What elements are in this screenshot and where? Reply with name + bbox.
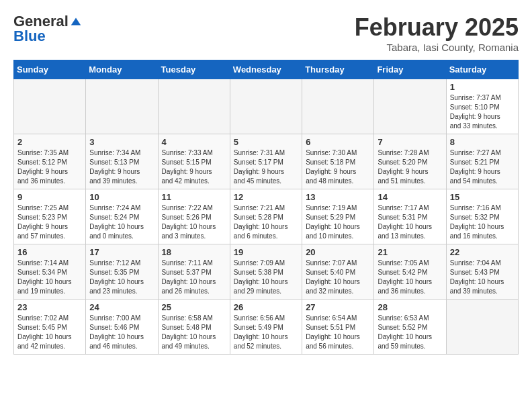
calendar-cell [446,300,518,355]
day-number: 25 [162,302,226,312]
day-number: 21 [378,247,442,257]
calendar-cell: 24Sunrise: 7:00 AM Sunset: 5:46 PM Dayli… [86,300,158,355]
calendar-cell: 19Sunrise: 7:09 AM Sunset: 5:38 PM Dayli… [230,244,302,300]
calendar-cell: 28Sunrise: 6:53 AM Sunset: 5:52 PM Dayli… [374,300,446,355]
day-info: Sunrise: 7:21 AM Sunset: 5:28 PM Dayligh… [234,203,298,241]
day-info: Sunrise: 7:12 AM Sunset: 5:35 PM Dayligh… [89,259,154,296]
calendar-cell: 11Sunrise: 7:22 AM Sunset: 5:26 PM Dayli… [158,189,230,244]
weekday-header: Friday [374,60,446,79]
calendar-cell: 8Sunrise: 7:27 AM Sunset: 5:21 PM Daylig… [446,134,518,189]
day-number: 11 [162,192,226,202]
day-info: Sunrise: 7:00 AM Sunset: 5:46 PM Dayligh… [89,314,154,351]
weekday-header: Monday [86,60,158,79]
calendar-cell [158,79,230,134]
calendar-week-row: 23Sunrise: 7:02 AM Sunset: 5:45 PM Dayli… [14,300,519,355]
month-title: February 2025 [355,13,519,42]
day-number: 20 [306,247,370,257]
calendar-cell: 23Sunrise: 7:02 AM Sunset: 5:45 PM Dayli… [14,300,86,355]
day-info: Sunrise: 7:33 AM Sunset: 5:15 PM Dayligh… [162,148,226,186]
day-number: 16 [17,247,82,257]
calendar-cell [302,79,374,134]
day-info: Sunrise: 6:54 AM Sunset: 5:51 PM Dayligh… [306,314,370,351]
weekday-header-row: SundayMondayTuesdayWednesdayThursdayFrid… [14,60,519,79]
calendar-week-row: 2Sunrise: 7:35 AM Sunset: 5:12 PM Daylig… [14,134,519,189]
day-number: 9 [17,192,82,202]
day-number: 14 [378,192,442,202]
calendar-cell: 26Sunrise: 6:56 AM Sunset: 5:49 PM Dayli… [230,300,302,355]
calendar-cell [230,79,302,134]
calendar-cell: 15Sunrise: 7:16 AM Sunset: 5:32 PM Dayli… [446,189,518,244]
day-number: 18 [162,247,226,257]
day-number: 8 [450,137,515,147]
calendar-week-row: 1Sunrise: 7:37 AM Sunset: 5:10 PM Daylig… [14,79,519,134]
calendar-cell: 16Sunrise: 7:14 AM Sunset: 5:34 PM Dayli… [14,244,86,300]
day-number: 19 [234,247,298,257]
day-info: Sunrise: 7:22 AM Sunset: 5:26 PM Dayligh… [162,203,226,241]
day-info: Sunrise: 6:58 AM Sunset: 5:48 PM Dayligh… [162,314,226,351]
weekday-header: Thursday [302,60,374,79]
calendar-cell: 13Sunrise: 7:19 AM Sunset: 5:29 PM Dayli… [302,189,374,244]
day-info: Sunrise: 7:31 AM Sunset: 5:17 PM Dayligh… [234,148,298,186]
logo-triangle-icon [70,15,82,28]
calendar-cell: 22Sunrise: 7:04 AM Sunset: 5:43 PM Dayli… [446,244,518,300]
day-info: Sunrise: 7:17 AM Sunset: 5:31 PM Dayligh… [378,203,442,241]
day-number: 5 [234,137,298,147]
calendar-cell [374,79,446,134]
day-info: Sunrise: 7:02 AM Sunset: 5:45 PM Dayligh… [17,314,82,351]
day-info: Sunrise: 7:16 AM Sunset: 5:32 PM Dayligh… [450,203,515,241]
calendar-cell: 18Sunrise: 7:11 AM Sunset: 5:37 PM Dayli… [158,244,230,300]
day-info: Sunrise: 7:37 AM Sunset: 5:10 PM Dayligh… [450,93,515,131]
day-number: 4 [162,137,226,147]
day-info: Sunrise: 7:05 AM Sunset: 5:42 PM Dayligh… [378,259,442,296]
day-info: Sunrise: 7:24 AM Sunset: 5:24 PM Dayligh… [89,203,154,241]
day-info: Sunrise: 7:34 AM Sunset: 5:13 PM Dayligh… [89,148,154,186]
weekday-header: Saturday [446,60,518,79]
calendar-cell: 7Sunrise: 7:28 AM Sunset: 5:20 PM Daylig… [374,134,446,189]
calendar-cell: 17Sunrise: 7:12 AM Sunset: 5:35 PM Dayli… [86,244,158,300]
calendar-cell: 25Sunrise: 6:58 AM Sunset: 5:48 PM Dayli… [158,300,230,355]
day-info: Sunrise: 7:09 AM Sunset: 5:38 PM Dayligh… [234,259,298,296]
calendar-week-row: 9Sunrise: 7:25 AM Sunset: 5:23 PM Daylig… [14,189,519,244]
day-number: 13 [306,192,370,202]
day-info: Sunrise: 7:07 AM Sunset: 5:40 PM Dayligh… [306,259,370,296]
day-info: Sunrise: 6:56 AM Sunset: 5:49 PM Dayligh… [234,314,298,351]
calendar-cell: 14Sunrise: 7:17 AM Sunset: 5:31 PM Dayli… [374,189,446,244]
day-number: 12 [234,192,298,202]
logo: General Blue [13,13,82,44]
calendar-cell: 27Sunrise: 6:54 AM Sunset: 5:51 PM Dayli… [302,300,374,355]
calendar-table: SundayMondayTuesdayWednesdayThursdayFrid… [13,60,519,355]
day-number: 27 [306,302,370,312]
weekday-header: Tuesday [158,60,230,79]
calendar-cell: 9Sunrise: 7:25 AM Sunset: 5:23 PM Daylig… [14,189,86,244]
day-number: 6 [306,137,370,147]
logo-blue-text: Blue [13,28,82,44]
day-info: Sunrise: 7:04 AM Sunset: 5:43 PM Dayligh… [450,259,515,296]
calendar-cell: 12Sunrise: 7:21 AM Sunset: 5:28 PM Dayli… [230,189,302,244]
day-info: Sunrise: 7:35 AM Sunset: 5:12 PM Dayligh… [17,148,82,186]
calendar-cell: 21Sunrise: 7:05 AM Sunset: 5:42 PM Dayli… [374,244,446,300]
day-number: 7 [378,137,442,147]
calendar-cell: 2Sunrise: 7:35 AM Sunset: 5:12 PM Daylig… [14,134,86,189]
title-block: February 2025 Tabara, Iasi County, Roman… [355,13,519,53]
day-info: Sunrise: 7:28 AM Sunset: 5:20 PM Dayligh… [378,148,442,186]
day-number: 3 [89,137,154,147]
calendar-cell: 1Sunrise: 7:37 AM Sunset: 5:10 PM Daylig… [446,79,518,134]
day-info: Sunrise: 7:14 AM Sunset: 5:34 PM Dayligh… [17,259,82,296]
day-number: 1 [450,82,515,92]
calendar-cell: 4Sunrise: 7:33 AM Sunset: 5:15 PM Daylig… [158,134,230,189]
calendar-cell: 3Sunrise: 7:34 AM Sunset: 5:13 PM Daylig… [86,134,158,189]
day-number: 26 [234,302,298,312]
calendar-cell [14,79,86,134]
calendar-cell: 6Sunrise: 7:30 AM Sunset: 5:18 PM Daylig… [302,134,374,189]
day-number: 24 [89,302,154,312]
calendar-cell: 5Sunrise: 7:31 AM Sunset: 5:17 PM Daylig… [230,134,302,189]
day-number: 15 [450,192,515,202]
day-number: 23 [17,302,82,312]
page-header: General Blue February 2025 Tabara, Iasi … [13,13,519,53]
svg-marker-0 [71,18,81,26]
day-info: Sunrise: 7:27 AM Sunset: 5:21 PM Dayligh… [450,148,515,186]
location-text: Tabara, Iasi County, Romania [355,42,519,53]
day-number: 22 [450,247,515,257]
day-info: Sunrise: 7:30 AM Sunset: 5:18 PM Dayligh… [306,148,370,186]
day-info: Sunrise: 6:53 AM Sunset: 5:52 PM Dayligh… [378,314,442,351]
